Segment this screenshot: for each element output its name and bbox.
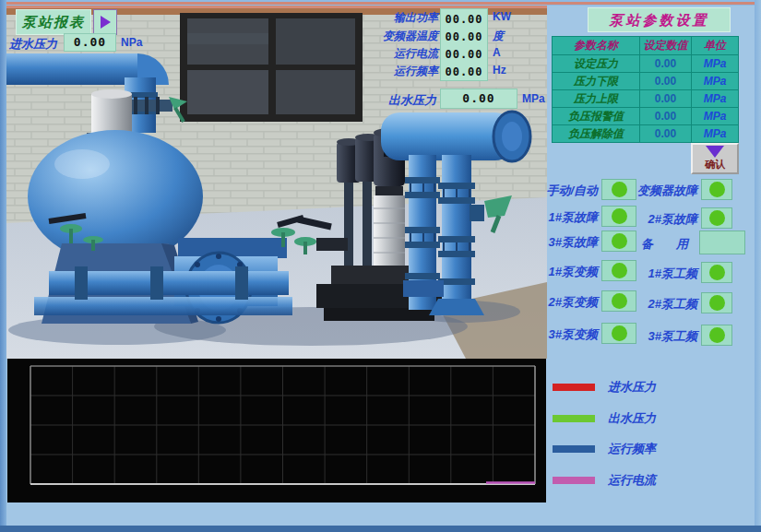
indicator-label-pump3-fault: 3#泵故障 — [539, 234, 598, 251]
indicator-label-pump2-mains: 2#泵工频 — [633, 296, 697, 313]
lamp-pump2-fault — [701, 207, 732, 229]
legend-label-inlet: 进水压力 — [608, 379, 656, 396]
settings-panel-title: 泵站参数设置 — [588, 7, 731, 32]
settings-table: 参数名称 设定数值 单位 设定压力 0.00 MPa 压力下限 0.00 MPa… — [552, 36, 739, 143]
lamp-vfd-fault — [701, 179, 732, 200]
lamp-pump3-mains — [701, 325, 732, 346]
lamp-pump3-fault — [601, 231, 636, 252]
outlet-pressure-unit: MPa — [522, 92, 545, 105]
param-value[interactable]: 0.00 — [640, 55, 691, 72]
param-name: 负压报警值 — [553, 108, 639, 124]
report-play-button[interactable] — [93, 9, 117, 35]
lamp-dot — [709, 182, 725, 197]
lamp-pump1-mains — [701, 262, 732, 283]
legend-swatch-frequency — [553, 445, 595, 453]
run-current-label: 运行电流 — [353, 46, 438, 62]
legend-swatch-outlet — [553, 415, 595, 422]
lamp-dot — [709, 210, 725, 226]
inverter-temp-value: 00.00 — [441, 29, 487, 46]
indicator-label-pump3-mains: 3#泵工频 — [633, 328, 697, 345]
report-button-label[interactable]: 泵站报表 — [16, 9, 91, 35]
output-power-label: 输出功率 — [353, 10, 438, 26]
frame-border-left — [0, 0, 6, 532]
lamp-dot — [612, 325, 627, 341]
indicator-label-manual-auto: 手动/自动 — [539, 183, 598, 199]
param-unit: MPa — [692, 125, 738, 142]
readout-value-block: 00.00 00.00 00.00 00.00 — [440, 8, 488, 81]
param-unit: MPa — [692, 108, 738, 124]
lamp-dot — [612, 182, 627, 197]
lamp-manual-auto — [601, 179, 636, 200]
param-name: 压力下限 — [553, 73, 639, 89]
inverter-temp-label: 变频器温度 — [353, 29, 438, 44]
trend-chart — [7, 359, 546, 502]
inlet-pressure-unit: NPa — [121, 36, 142, 49]
run-frequency-unit: Hz — [493, 64, 506, 77]
param-value[interactable]: 0.00 — [640, 108, 691, 124]
inverter-temp-unit: 度 — [493, 29, 504, 44]
report-button[interactable]: 泵站报表 — [16, 9, 117, 35]
trend-chart-grid — [7, 359, 546, 502]
confirm-arrow-icon — [706, 146, 724, 158]
indicator-label-pump2-fault: 2#泵故障 — [633, 211, 697, 228]
lamp-dot — [612, 293, 627, 309]
run-current-unit: A — [493, 46, 501, 59]
indicator-label-pump3-vfd: 3#泵变频 — [539, 326, 598, 343]
pump-station-hmi-screen: 泵站报表 进水压力 0.00 NPa 输出功率 变频器温度 运行电流 运行频率 … — [0, 0, 761, 532]
indicator-label-pump1-mains: 1#泵工频 — [633, 266, 697, 282]
pressure-tank-graphic — [28, 130, 203, 263]
param-value[interactable]: 0.00 — [640, 73, 691, 89]
frame-border-right — [755, 0, 761, 532]
legend-swatch-inlet — [553, 384, 595, 391]
frame-border-accent — [0, 2, 761, 5]
lamp-dot — [709, 295, 725, 311]
lamp-pump3-vfd — [601, 323, 636, 344]
indicator-label-spare: 备 用 — [633, 236, 694, 253]
lamp-pump1-vfd — [601, 260, 636, 281]
lamp-pump2-mains — [701, 292, 732, 313]
legend-swatch-current — [553, 477, 595, 484]
col-header-unit: 单位 — [692, 37, 738, 54]
param-value[interactable]: 0.00 — [640, 125, 691, 142]
run-current-value: 00.00 — [441, 46, 487, 64]
inlet-pressure-label: 进水压力 — [9, 36, 57, 53]
param-unit: MPa — [692, 73, 738, 89]
lamp-pump2-vfd — [601, 290, 636, 312]
lamp-spare — [699, 231, 745, 254]
lamp-dot — [612, 233, 627, 249]
param-name: 负压解除值 — [553, 125, 639, 142]
outlet-pressure-value: 0.00 — [440, 89, 517, 109]
col-header-value: 设定数值 — [640, 37, 691, 54]
param-unit: MPa — [692, 90, 738, 107]
indicator-label-vfd-fault: 变频器故障 — [633, 183, 697, 199]
param-unit: MPa — [692, 55, 738, 72]
lamp-dot — [709, 265, 725, 280]
lamp-dot — [612, 208, 627, 224]
output-power-unit: KW — [493, 10, 511, 23]
lamp-pump1-fault — [601, 206, 636, 227]
lamp-dot — [709, 327, 725, 343]
indicator-label-pump2-vfd: 2#泵变频 — [539, 294, 598, 311]
indicator-label-pump1-fault: 1#泵故障 — [539, 209, 598, 226]
col-header-name: 参数名称 — [553, 37, 639, 54]
inlet-pressure-value: 0.00 — [64, 33, 116, 52]
run-frequency-label: 运行频率 — [353, 64, 438, 79]
output-power-value: 00.00 — [441, 11, 487, 29]
legend-label-outlet: 出水压力 — [608, 410, 656, 427]
param-name: 设定压力 — [553, 55, 639, 72]
param-name: 压力上限 — [553, 90, 639, 107]
confirm-button[interactable]: 确认 — [691, 143, 739, 174]
confirm-button-label: 确认 — [693, 159, 737, 170]
indicator-label-pump1-vfd: 1#泵变频 — [539, 264, 598, 280]
legend-label-frequency: 运行频率 — [608, 441, 656, 457]
window-graphic — [180, 13, 363, 122]
legend-label-current: 运行电流 — [608, 472, 656, 489]
lamp-dot — [612, 263, 627, 278]
run-frequency-value: 00.00 — [441, 64, 487, 81]
frame-border-bottom — [0, 526, 761, 532]
param-value[interactable]: 0.00 — [640, 90, 691, 107]
play-icon — [101, 16, 111, 29]
outlet-pressure-label: 出水压力 — [388, 92, 436, 109]
